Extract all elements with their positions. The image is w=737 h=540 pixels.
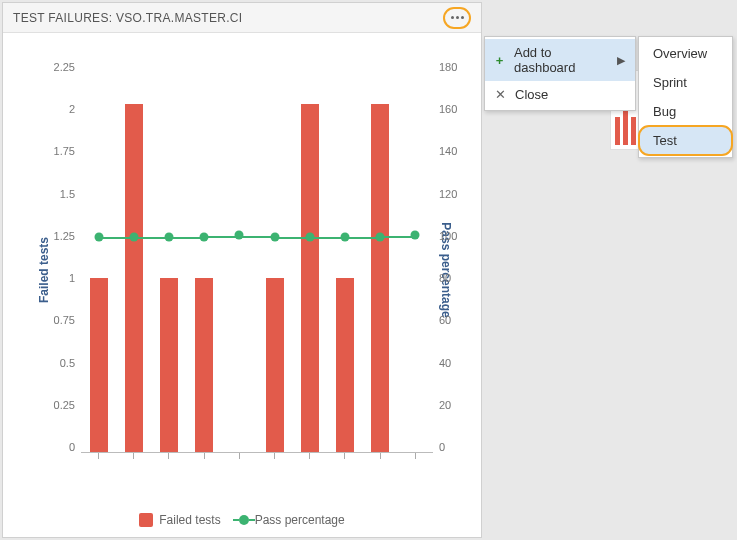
chart-bar [266,278,284,452]
legend-label: Pass percentage [255,513,345,527]
y-axis-right-ticks: 180 160 140 120 100 80 60 40 20 0 [439,61,469,453]
panel-header: TEST FAILURES: VSO.TRA.MASTER.CI [3,3,481,33]
y-right-tick: 160 [439,103,469,115]
menu-item-label: Close [515,87,548,102]
legend-swatch-line-icon [239,515,249,525]
test-failures-panel: TEST FAILURES: VSO.TRA.MASTER.CI Failed … [2,2,482,538]
chevron-right-icon: ▶ [617,54,625,67]
y-left-tick: 2 [45,103,75,115]
y-left-tick: 1.25 [45,230,75,242]
legend-swatch-bar-icon [139,513,153,527]
legend-label: Failed tests [159,513,220,527]
x-ticks [81,453,433,459]
chart-bar [160,278,178,452]
submenu-overview[interactable]: Overview [639,39,732,68]
y-left-tick: 2.25 [45,61,75,73]
y-left-tick: 0.25 [45,399,75,411]
y-axis-left-ticks: 2.25 2 1.75 1.5 1.25 1 0.75 0.5 0.25 0 [45,61,75,453]
chart-bar [90,278,108,452]
menu-add-to-dashboard[interactable]: + Add to dashboard ▶ [485,39,635,81]
menu-item-label: Overview [653,46,707,61]
y-right-tick: 180 [439,61,469,73]
y-right-tick: 40 [439,357,469,369]
chart-bar [336,278,354,452]
chart-area: Failed tests Pass percentage 2.25 2 1.75… [3,33,481,493]
more-actions-button[interactable] [443,7,471,29]
menu-item-label: Add to dashboard [514,45,609,75]
y-left-tick: 0.75 [45,314,75,326]
menu-item-label: Bug [653,104,676,119]
legend-failed-tests: Failed tests [139,513,220,527]
y-left-tick: 1.75 [45,145,75,157]
y-right-tick: 140 [439,145,469,157]
chart-bar [195,278,213,452]
chart-bar [371,104,389,452]
chart-plot [81,61,433,453]
close-icon: ✕ [493,87,507,102]
plus-icon: + [493,53,506,68]
y-right-tick: 100 [439,230,469,242]
bar-series [81,61,433,453]
legend-pass-percentage: Pass percentage [239,513,345,527]
y-left-tick: 0 [45,441,75,453]
y-right-tick: 80 [439,272,469,284]
panel-title: TEST FAILURES: VSO.TRA.MASTER.CI [13,11,242,25]
y-left-tick: 1 [45,272,75,284]
y-right-tick: 0 [439,441,469,453]
chart-legend: Failed tests Pass percentage [3,513,481,527]
submenu-test[interactable]: Test [639,126,732,155]
y-right-tick: 60 [439,314,469,326]
submenu-sprint[interactable]: Sprint [639,68,732,97]
y-left-tick: 1.5 [45,188,75,200]
dashboard-submenu: Overview Sprint Bug Test [638,36,733,158]
chart-bar [301,104,319,452]
menu-item-label: Sprint [653,75,687,90]
menu-close[interactable]: ✕ Close [485,81,635,108]
chart-bar [125,104,143,452]
y-right-tick: 20 [439,399,469,411]
chart-context-menu: + Add to dashboard ▶ ✕ Close [484,36,636,111]
y-left-tick: 0.5 [45,357,75,369]
menu-item-label: Test [653,133,677,148]
y-right-tick: 120 [439,188,469,200]
submenu-bug[interactable]: Bug [639,97,732,126]
